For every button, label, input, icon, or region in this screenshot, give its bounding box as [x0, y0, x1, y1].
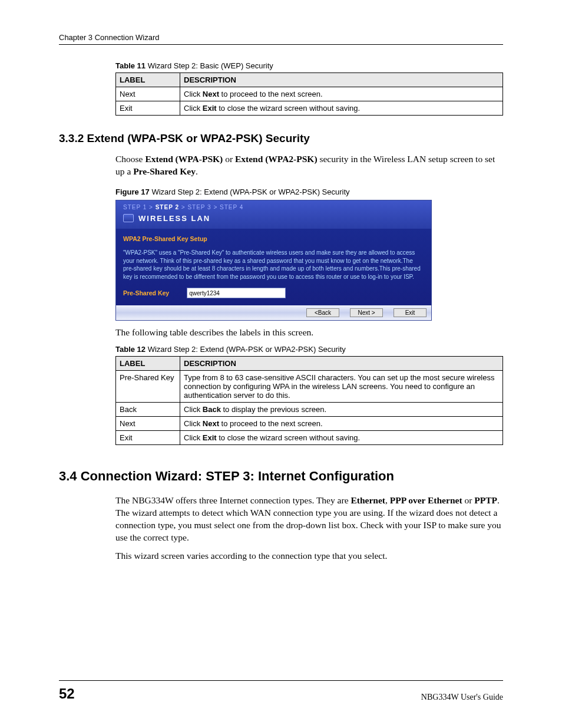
section-3-3-2-paragraph: Choose Extend (WPA-PSK) or Extend (WPA2-…	[115, 153, 503, 178]
next-button[interactable]: Next >	[350, 308, 383, 317]
exit-button[interactable]: Exit	[394, 308, 427, 317]
figure17-caption-text: Wizard Step 2: Extend (WPA-PSK or WPA2-P…	[150, 187, 350, 196]
footer-rule	[59, 680, 503, 681]
table12-head-label: LABEL	[116, 356, 180, 370]
wizard-step-2: STEP 2	[156, 204, 179, 210]
wizard-setup-title: WPA2 Pre-Shared Key Setup	[123, 235, 424, 243]
table11-r1-label: Exit	[116, 101, 180, 116]
table11-r0-desc: Click Next to proceed to the next screen…	[180, 87, 503, 101]
table11-r1-desc: Click Exit to close the wizard screen wi…	[180, 101, 503, 116]
table12-caption: Table 12 Wizard Step 2: Extend (WPA-PSK …	[115, 345, 503, 354]
table11-head-desc: DESCRIPTION	[180, 73, 503, 87]
wizard-body: WPA2 Pre-Shared Key Setup "WPA2-PSK" use…	[116, 229, 431, 305]
table-row: Exit Click Exit to close the wizard scre…	[116, 430, 503, 444]
table-row: Next Click Next to proceed to the next s…	[116, 87, 503, 101]
table12-caption-number: Table 12	[115, 345, 146, 354]
table11-r0-label: Next	[116, 87, 180, 101]
figure17-caption-number: Figure 17	[115, 187, 150, 196]
section-3-4-p1: The NBG334W offers three Internet connec…	[115, 495, 503, 544]
table11-caption: Table 11 Wizard Step 2: Basic (WEP) Secu…	[115, 61, 503, 70]
wireless-icon	[123, 214, 134, 222]
psk-input[interactable]	[187, 288, 286, 298]
wizard-header: STEP 1 > STEP 2 > STEP 3 > STEP 4 WIRELE…	[116, 200, 431, 229]
wizard-help-text: "WPA2-PSK" uses a "Pre-Shared Key" to au…	[123, 249, 424, 281]
table-row: Pre-Shared Key Type from 8 to 63 case-se…	[116, 370, 503, 402]
table12-r2-label: Next	[116, 416, 180, 430]
table12-r3-desc: Click Exit to close the wizard screen wi…	[180, 430, 503, 444]
section-3-4-p2: This wizard screen varies according to t…	[115, 550, 503, 562]
page-number: 52	[59, 686, 75, 702]
psk-label: Pre-Shared Key	[123, 289, 169, 297]
wizard-step-3: STEP 3	[187, 204, 211, 210]
guide-name: NBG334W User's Guide	[421, 693, 503, 702]
header-rule	[59, 44, 503, 45]
heading-3-3-2: 3.3.2 Extend (WPA-PSK or WPA2-PSK) Secur…	[59, 132, 503, 145]
table12-caption-text: Wizard Step 2: Extend (WPA-PSK or WPA2-P…	[146, 345, 346, 354]
table11: LABEL DESCRIPTION Next Click Next to pro…	[115, 73, 503, 116]
table-row: Back Click Back to display the previous …	[116, 402, 503, 416]
table12-r0-label: Pre-Shared Key	[116, 370, 180, 402]
table12-r0-desc: Type from 8 to 63 case-sensitive ASCII c…	[180, 370, 503, 402]
table12-head-desc: DESCRIPTION	[180, 356, 503, 370]
table11-head-label: LABEL	[116, 73, 180, 87]
wizard-steps: STEP 1 > STEP 2 > STEP 3 > STEP 4	[116, 204, 431, 212]
heading-3-4: 3.4 Connection Wizard: STEP 3: Internet …	[59, 469, 503, 484]
table11-caption-text: Wizard Step 2: Basic (WEP) Security	[146, 61, 273, 70]
figure17-caption: Figure 17 Wizard Step 2: Extend (WPA-PSK…	[115, 187, 503, 196]
wizard-footer: <Back Next > Exit	[116, 305, 431, 320]
wizard-step-1: STEP 1	[123, 204, 147, 210]
table12-r1-label: Back	[116, 402, 180, 416]
table-row: Exit Click Exit to close the wizard scre…	[116, 101, 503, 116]
table12-r2-desc: Click Next to proceed to the next screen…	[180, 416, 503, 430]
chapter-header: Chapter 3 Connection Wizard	[59, 33, 503, 42]
back-button[interactable]: <Back	[306, 308, 339, 317]
wizard-step-4: STEP 4	[220, 204, 243, 210]
table-row: Next Click Next to proceed to the next s…	[116, 416, 503, 430]
table11-caption-number: Table 11	[115, 61, 146, 70]
wizard-screenshot: STEP 1 > STEP 2 > STEP 3 > STEP 4 WIRELE…	[115, 200, 432, 321]
after-figure-text: The following table describes the labels…	[115, 327, 503, 339]
wizard-title: WIRELESS LAN	[138, 214, 210, 223]
table12: LABEL DESCRIPTION Pre-Shared Key Type fr…	[115, 356, 503, 445]
table12-r3-label: Exit	[116, 430, 180, 444]
table12-r1-desc: Click Back to display the previous scree…	[180, 402, 503, 416]
